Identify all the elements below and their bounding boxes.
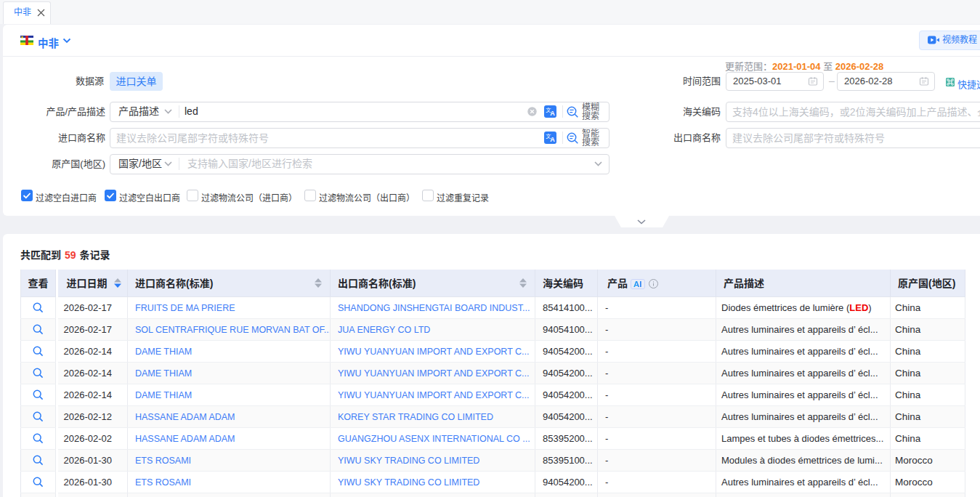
svg-text:A: A: [550, 136, 555, 143]
svg-text:A: A: [550, 110, 555, 117]
